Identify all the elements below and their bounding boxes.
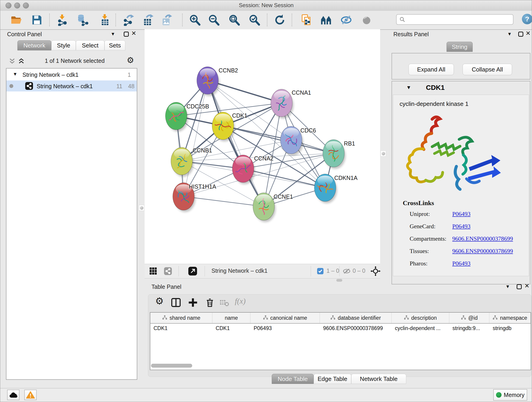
graphics-details-icon[interactable] — [361, 14, 373, 26]
collapse-all-networks-icon[interactable] — [8, 57, 16, 66]
export-image-icon[interactable] — [161, 14, 172, 26]
table-cell[interactable]: 9606.ENSP00000378699 — [320, 324, 392, 334]
show-columns-icon[interactable] — [171, 297, 182, 309]
import-table-file-icon[interactable] — [99, 14, 111, 26]
network-grid-view-icon[interactable] — [149, 267, 157, 276]
search-field[interactable] — [396, 14, 513, 25]
column-header--id[interactable]: @id — [449, 313, 490, 323]
bottom-splitter-handle[interactable] — [336, 279, 342, 282]
window-title: Session: New Session — [0, 2, 532, 8]
network-view-icon[interactable] — [164, 267, 172, 276]
network-options-gear-icon[interactable]: ⚙ — [127, 56, 134, 64]
crosslink-link[interactable]: P06493 — [452, 223, 470, 230]
export-network-icon[interactable] — [123, 14, 134, 26]
left-splitter-handle[interactable] — [139, 205, 144, 211]
panel-menu-icon[interactable]: ▼ — [111, 32, 115, 37]
network-canvas[interactable]: CCNB2CCNA1CDC25BCDK1CDC6RB1CCNB1CCNA2CDK… — [145, 29, 380, 264]
table-cell[interactable]: CDK1 — [150, 324, 212, 334]
collection-expander-icon[interactable]: ▼ — [13, 71, 17, 77]
network-node-CCNA2[interactable] — [232, 155, 255, 184]
network-node-CCNB2[interactable] — [197, 67, 220, 96]
table-cell[interactable]: stringdb:9... — [449, 324, 490, 334]
import-network-file-icon[interactable] — [56, 14, 68, 26]
fit-selected-crosshair-icon[interactable] — [370, 266, 380, 277]
import-network-database-icon[interactable] — [77, 14, 89, 26]
tab-select[interactable]: Select — [76, 40, 104, 51]
help-button[interactable]: ? — [522, 14, 532, 24]
new-network-from-selection-icon[interactable] — [300, 14, 312, 26]
hide-selected-icon[interactable] — [340, 14, 352, 26]
zoom-selected-icon[interactable] — [248, 14, 260, 26]
warnings-button[interactable] — [24, 390, 37, 400]
network-node-RB1[interactable] — [323, 140, 346, 169]
panel-menu-icon[interactable]: ▼ — [505, 284, 510, 289]
expand-all-button[interactable]: Expand All — [409, 64, 454, 75]
add-column-icon[interactable] — [188, 297, 199, 309]
crosslink-link[interactable]: 9606.ENSP00000378699 — [452, 235, 513, 242]
export-table-icon[interactable] — [142, 14, 154, 26]
search-input[interactable] — [407, 16, 513, 23]
zoom-out-icon[interactable] — [208, 14, 220, 26]
column-header-description[interactable]: description — [392, 313, 449, 323]
first-neighbors-icon[interactable] — [320, 14, 332, 26]
save-session-icon[interactable] — [31, 14, 43, 26]
tab-sets[interactable]: Sets — [104, 40, 125, 51]
network-edge[interactable] — [223, 126, 334, 153]
cloud-button[interactable] — [7, 390, 19, 400]
collapse-all-button[interactable]: Collapse All — [462, 64, 512, 75]
network-edge[interactable] — [184, 80, 208, 196]
zoom-in-icon[interactable] — [189, 14, 201, 26]
network-node-CDKN1A[interactable] — [314, 174, 337, 203]
detach-view-icon[interactable] — [188, 267, 197, 277]
tab-node-table[interactable]: Node Table — [272, 374, 314, 384]
network-node-CCNA1[interactable] — [271, 89, 293, 119]
network-collection-row[interactable]: ▼ String Network – cdk1 1 — [6, 70, 137, 80]
node-table[interactable]: shared namenamecanonical namedatabase id… — [150, 312, 531, 370]
panel-close-icon[interactable]: ✕ — [131, 30, 136, 37]
column-header-namespace[interactable]: namespace — [489, 313, 531, 323]
column-header-name[interactable]: name — [212, 313, 250, 323]
crosslink-link[interactable]: 9606.ENSP00000378699 — [452, 248, 513, 255]
table-cell[interactable]: stringdb — [489, 324, 531, 334]
table-row[interactable]: CDK1CDK1P064939606.ENSP00000378699cyclin… — [150, 324, 531, 334]
selected-checkbox-icon[interactable] — [317, 268, 324, 275]
network-row[interactable]: String Network – cdk1 11 48 — [6, 80, 137, 91]
open-session-icon[interactable] — [10, 14, 22, 26]
table-cell[interactable]: P06493 — [250, 324, 320, 334]
column-header-database-identifier[interactable]: database identifier — [320, 313, 392, 323]
function-builder-button[interactable]: f(x) — [235, 297, 255, 308]
memory-button[interactable]: Memory — [493, 389, 527, 401]
network-node-CDK1[interactable] — [212, 112, 235, 141]
tab-style[interactable]: Style — [51, 40, 76, 51]
panel-close-icon[interactable]: ✕ — [526, 30, 531, 37]
tab-edge-table[interactable]: Edge Table — [314, 374, 351, 384]
string-network-graph[interactable]: CCNB2CCNA1CDC25BCDK1CDC6RB1CCNB1CCNA2CDK… — [145, 29, 380, 264]
column-header-shared-name[interactable]: shared name — [150, 313, 212, 323]
panel-float-icon[interactable] — [124, 32, 129, 37]
panel-close-icon[interactable]: ✕ — [525, 282, 530, 289]
gene-card-expander-icon[interactable]: ▼ — [406, 85, 411, 90]
table-cell[interactable]: CDK1 — [212, 324, 250, 334]
zoom-fit-icon[interactable] — [228, 14, 240, 26]
network-edge[interactable] — [184, 196, 264, 206]
column-header-canonical-name[interactable]: canonical name — [250, 313, 320, 323]
expand-all-networks-icon[interactable] — [18, 57, 25, 66]
tab-string[interactable]: String — [447, 42, 473, 52]
network-node-CCNB1[interactable] — [171, 147, 194, 177]
table-cell[interactable]: cyclin-dependent ... — [392, 324, 449, 334]
panel-float-icon[interactable] — [518, 32, 523, 37]
panel-float-icon[interactable] — [517, 284, 522, 289]
tab-network-table[interactable]: Network Table — [351, 374, 406, 384]
horizontal-scrollbar[interactable] — [151, 364, 192, 368]
table-options-gear-icon[interactable]: ⚙ — [155, 296, 167, 308]
delete-column-icon[interactable] — [205, 297, 216, 309]
network-node-CCNE1[interactable] — [253, 193, 276, 222]
panel-menu-icon[interactable]: ▼ — [507, 32, 512, 37]
network-edge[interactable] — [243, 169, 325, 188]
crosslink-link[interactable]: P06493 — [452, 211, 470, 217]
right-splitter-handle[interactable] — [380, 151, 386, 157]
apply-layout-icon[interactable] — [274, 14, 286, 26]
network-node-CDC6[interactable] — [280, 126, 303, 156]
crosslink-link[interactable]: P06493 — [452, 260, 470, 267]
tab-network[interactable]: Network — [17, 40, 51, 51]
